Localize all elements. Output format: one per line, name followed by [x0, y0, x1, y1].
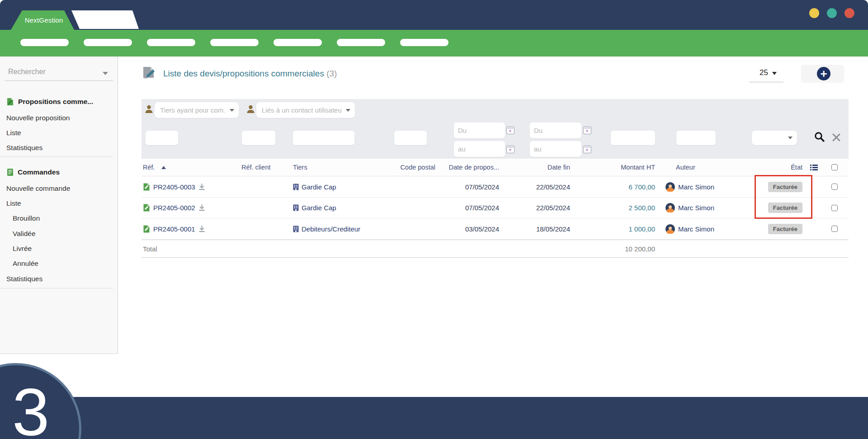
- date-fin: 22/05/2024: [503, 204, 576, 212]
- date-prop-to-input[interactable]: au: [454, 141, 505, 157]
- sidebar-item-livree[interactable]: Livrée: [0, 243, 118, 254]
- sidebar-item-validee[interactable]: Validée: [0, 228, 118, 239]
- proposal-ref-link[interactable]: PR2405-0001: [153, 225, 195, 233]
- calendar-icon[interactable]: [506, 146, 514, 153]
- column-header-tiers[interactable]: Tiers: [292, 164, 392, 171]
- sidebar-section-commandes[interactable]: Commandes: [0, 167, 118, 178]
- page-title: Liste des devis/propositions commerciale…: [163, 69, 337, 79]
- menu-pill[interactable]: [337, 39, 385, 46]
- step-number: 3: [12, 379, 49, 439]
- sidebar-item-nouvelle-commande[interactable]: Nouvelle commande: [0, 183, 118, 194]
- montant-ht: 2 500,00: [576, 204, 656, 212]
- thirdparty-link[interactable]: Gardie Cap: [302, 183, 336, 191]
- column-header-ref[interactable]: Réf.: [142, 164, 241, 171]
- order-doc-icon: [6, 168, 14, 176]
- download-icon[interactable]: [198, 226, 205, 232]
- calendar-icon[interactable]: [506, 127, 514, 134]
- table-header: Réf. Réf. client Tiers Code postal Date …: [142, 159, 849, 176]
- proposal-doc-icon: [143, 183, 150, 191]
- step-circle: 3: [0, 363, 81, 439]
- status-badge: Facturée: [768, 182, 802, 192]
- proposal-doc-icon: [143, 204, 150, 212]
- date-proposition: 07/05/2024: [438, 183, 503, 191]
- etat-filter-select[interactable]: [752, 131, 797, 145]
- date-fin: 22/05/2024: [503, 183, 576, 191]
- menu-pill[interactable]: [147, 39, 195, 46]
- sidebar-item-statistiques-propositions[interactable]: Statistiques: [0, 142, 118, 153]
- download-icon[interactable]: [198, 184, 205, 190]
- search-underline: [5, 80, 113, 81]
- total-row: Total 10 200,00: [142, 240, 849, 258]
- filter-panel: Tiers ayant pour com... Liés à un contac…: [142, 99, 849, 159]
- thirdparty-link[interactable]: Debiteurs/Crediteur: [302, 225, 360, 233]
- sidebar-item-nouvelle-proposition[interactable]: Nouvelle proposition: [0, 113, 118, 123]
- column-header-ref-client[interactable]: Réf. client: [241, 164, 292, 171]
- plus-icon: +: [820, 68, 827, 80]
- thirdparty-link[interactable]: Gardie Cap: [302, 204, 336, 212]
- calendar-icon[interactable]: [583, 127, 591, 134]
- author-link[interactable]: Marc Simon: [678, 204, 714, 212]
- author-link[interactable]: Marc Simon: [678, 183, 714, 191]
- thirdparty-filter-select[interactable]: Tiers ayant pour com...: [155, 102, 239, 118]
- menu-pill[interactable]: [20, 39, 69, 46]
- select-all-checkbox[interactable]: [831, 164, 838, 170]
- sidebar-search-input[interactable]: Rechercher: [8, 68, 46, 76]
- download-icon[interactable]: [198, 204, 205, 211]
- status-badge: Facturée: [768, 203, 802, 213]
- date-prop-from-input[interactable]: Du: [454, 123, 505, 138]
- table-row: PR2405-0002 Gardie Cap 07/05/2024 22/05/…: [142, 198, 849, 218]
- page-size-select[interactable]: 25: [760, 68, 777, 77]
- select-fields-icon[interactable]: [807, 164, 821, 171]
- sidebar-item-brouillon[interactable]: Brouillon: [0, 213, 118, 224]
- ref-filter-input[interactable]: [146, 131, 178, 145]
- proposal-ref-link[interactable]: PR2405-0003: [153, 183, 195, 191]
- sidebar-section-propositions[interactable]: Propositions comme...: [0, 96, 118, 107]
- author-link[interactable]: Marc Simon: [678, 225, 714, 233]
- menu-pills: [20, 39, 448, 46]
- code-postal-filter-input[interactable]: [394, 131, 427, 145]
- sidebar-item-liste-commandes[interactable]: Liste: [0, 198, 118, 209]
- sidebar-item-statistiques-commandes[interactable]: Statistiques: [0, 274, 118, 284]
- menu-pill[interactable]: [84, 39, 132, 46]
- montant-ht: 6 700,00: [576, 183, 656, 191]
- montant-ht: 1 000,00: [576, 225, 656, 233]
- sidebar: Rechercher Propositions comme... Nouvell…: [0, 57, 118, 354]
- footer-bar: [0, 397, 868, 439]
- ref-client-filter-input[interactable]: [242, 131, 275, 145]
- proposal-ref-link[interactable]: PR2405-0002: [153, 204, 195, 212]
- search-icon[interactable]: [814, 131, 826, 143]
- contact-filter-select[interactable]: Liés à un contact utilisateu...: [256, 102, 355, 118]
- column-header-code-postal[interactable]: Code postal: [392, 164, 438, 171]
- row-checkbox[interactable]: [831, 205, 838, 211]
- menu-pill[interactable]: [400, 39, 448, 46]
- auteur-filter-input[interactable]: [676, 131, 716, 145]
- tab-nextgestion[interactable]: NextGestion: [11, 10, 74, 30]
- person-icon: [246, 104, 255, 113]
- sidebar-item-liste-propositions[interactable]: Liste: [0, 127, 118, 138]
- yellow-dot: [809, 8, 819, 18]
- column-header-etat[interactable]: État: [759, 164, 807, 171]
- montant-filter-input[interactable]: [611, 131, 655, 145]
- date-fin-to-input[interactable]: au: [530, 141, 581, 157]
- tab-secondary[interactable]: [71, 10, 139, 29]
- clear-filters-icon[interactable]: [832, 133, 840, 142]
- row-checkbox[interactable]: [831, 226, 838, 232]
- column-header-montant[interactable]: Montant HT: [576, 164, 656, 171]
- column-header-date-fin[interactable]: Date fin: [503, 164, 576, 171]
- column-header-auteur[interactable]: Auteur: [656, 164, 759, 171]
- result-count: (3): [326, 69, 337, 78]
- avatar: [665, 224, 675, 234]
- chevron-down-icon[interactable]: [103, 72, 108, 75]
- date-fin-from-input[interactable]: Du: [530, 123, 581, 138]
- calendar-icon[interactable]: [583, 146, 591, 153]
- menu-pill[interactable]: [210, 39, 259, 46]
- column-header-date-prop[interactable]: Date de propos...: [438, 164, 503, 171]
- teal-dot: [827, 8, 837, 18]
- tiers-filter-input[interactable]: [293, 131, 354, 145]
- sidebar-item-annulee[interactable]: Annulée: [0, 258, 118, 269]
- date-fin: 18/05/2024: [503, 225, 576, 233]
- menu-pill[interactable]: [274, 39, 322, 46]
- total-label: Total: [142, 245, 241, 253]
- row-checkbox[interactable]: [831, 184, 838, 190]
- add-proposal-button[interactable]: +: [817, 67, 830, 80]
